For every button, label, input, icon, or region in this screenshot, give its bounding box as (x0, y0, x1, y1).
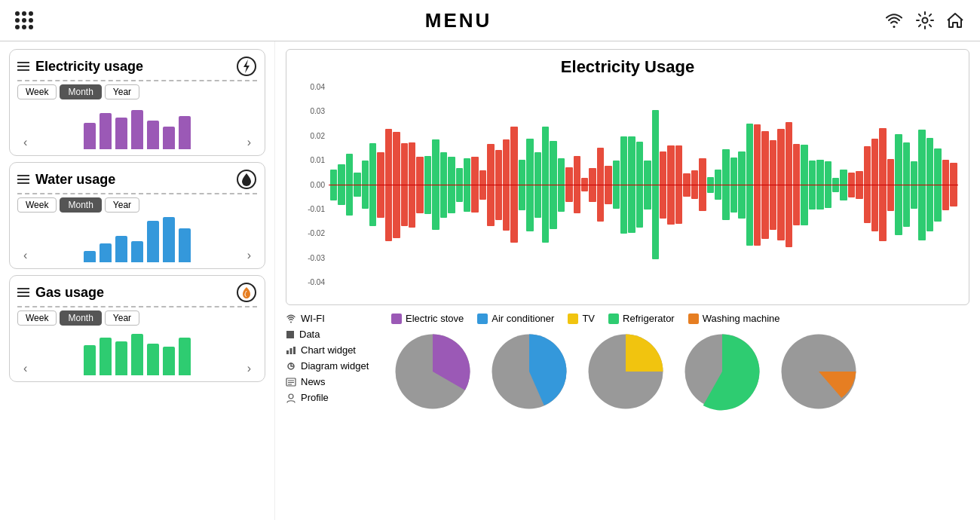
home-icon[interactable] (945, 11, 965, 30)
gas-prev[interactable]: ‹ (20, 362, 30, 375)
settings-icon[interactable] (915, 11, 935, 30)
gas-bar-2 (100, 338, 112, 375)
y-label-4: 0.00 (311, 181, 325, 189)
wave-bar-bottom (519, 185, 525, 210)
water-hamburger-icon[interactable] (17, 175, 29, 184)
wave-bar-bottom (471, 170, 478, 213)
legend-tv: TV (568, 313, 595, 324)
wave-bar-top (730, 158, 737, 177)
sidebar: Electricity usage Week Month Year ‹ (0, 41, 275, 520)
legend-dot-electric-stove (391, 314, 402, 324)
wave-bar-bottom (761, 160, 768, 239)
water-bar-5 (147, 221, 159, 262)
wave-bar-top (825, 161, 831, 182)
wave-bar-bottom (354, 192, 360, 197)
menu-item-data[interactable]: Data (286, 329, 384, 340)
gas-title-group: Gas usage (17, 285, 104, 301)
gas-week-tab[interactable]: Week (17, 310, 57, 326)
electricity-week-tab[interactable]: Week (17, 84, 57, 99)
wave-bar-bottom (801, 184, 807, 225)
gas-next[interactable]: › (244, 362, 254, 375)
wave-bar-top (793, 144, 800, 151)
wave-bar-bottom (416, 194, 423, 213)
menu-item-chart[interactable]: Chart widget (286, 344, 384, 356)
electricity-month-tab[interactable]: Month (60, 84, 101, 99)
electricity-prev[interactable]: ‹ (20, 136, 30, 149)
grid-menu-icon[interactable] (15, 11, 33, 29)
electricity-chart-row: ‹ › (17, 104, 257, 149)
water-chart-row: ‹ › (17, 217, 257, 262)
wave-bar-top (550, 141, 556, 182)
wave-bar-top (613, 161, 620, 175)
menu-item-profile[interactable]: Profile (286, 392, 384, 403)
wave-bar-top (393, 132, 400, 152)
menu-item-diagram[interactable]: Diagram widget (286, 360, 384, 372)
wave-bar-bottom (942, 170, 949, 210)
wave-bar-bottom (628, 202, 635, 233)
tv-pie-wrapper (584, 330, 667, 413)
wave-bar-top (526, 139, 533, 190)
wifi-icon[interactable] (884, 12, 905, 29)
water-next[interactable]: › (244, 249, 254, 262)
water-prev[interactable]: ‹ (20, 249, 30, 262)
wave-bar-bottom (393, 152, 400, 238)
elec-bar-6 (163, 127, 175, 149)
gas-chart-row: ‹ › (17, 330, 257, 375)
wave-bar-bottom (660, 215, 666, 219)
wave-bar-top (416, 157, 423, 194)
water-week-tab[interactable]: Week (17, 197, 57, 213)
washing-machine-pie (777, 330, 860, 413)
wave-bar-bottom (432, 176, 439, 230)
menu-item-wifi[interactable]: WI-FI (286, 313, 384, 324)
gas-bar-3 (115, 341, 127, 375)
wave-bar-bottom (605, 188, 611, 204)
electricity-title: Electricity usage (35, 59, 143, 75)
wave-bar-top (942, 160, 949, 170)
wave-bar-bottom (887, 197, 894, 211)
wave-bar-bottom (832, 182, 839, 192)
wave-bar-top (707, 177, 714, 185)
gas-month-tab[interactable]: Month (60, 310, 101, 326)
menu-label-profile: Profile (301, 392, 329, 403)
water-year-tab[interactable]: Year (105, 197, 139, 213)
wave-bar-top (409, 142, 415, 175)
chart-small-icon (286, 346, 296, 355)
hamburger-icon[interactable] (17, 62, 29, 71)
wave-bar-top (715, 170, 721, 191)
wave-bar-top (346, 154, 353, 194)
y-label-1: -0.03 (308, 254, 325, 262)
wave-bar-bottom (934, 169, 941, 222)
water-month-tab[interactable]: Month (60, 197, 101, 213)
electricity-year-tab[interactable]: Year (105, 84, 139, 99)
wave-bar-bottom (715, 191, 721, 200)
wave-bar-bottom (385, 182, 392, 241)
menu-item-news[interactable]: News (286, 376, 384, 387)
electricity-icon (236, 56, 257, 77)
electricity-next[interactable]: › (244, 136, 254, 149)
water-title-group: Water usage (17, 172, 115, 188)
wave-bar-top (448, 157, 455, 184)
y-label-6: 0.02 (311, 132, 325, 140)
electric-stove-pie (391, 330, 474, 413)
wave-bar-bottom (346, 194, 353, 216)
wave-bar-top (620, 136, 627, 167)
gas-year-tab[interactable]: Year (105, 310, 139, 326)
wave-bar-bottom (777, 210, 784, 240)
wave-bar-bottom (574, 182, 580, 213)
right-content: Electricity Usage 0.04 0.03 0.02 0.01 0.… (275, 41, 980, 520)
gas-hamburger-icon[interactable] (17, 288, 29, 297)
electricity-bars (30, 104, 243, 149)
legend-label-washing-machine: Washing machine (703, 313, 780, 324)
y-label-2: -0.02 (308, 229, 325, 237)
wave-bar-top (464, 158, 470, 188)
electric-stove-pie-wrapper (391, 330, 474, 413)
y-label-0: -0.04 (308, 278, 325, 286)
wave-bar-bottom (424, 168, 431, 214)
water-title: Water usage (35, 172, 115, 188)
gas-bar-1 (84, 345, 96, 375)
wave-bar-top (887, 159, 894, 197)
wave-bar-bottom (534, 194, 541, 218)
wave-bar-top (809, 161, 816, 201)
wave-bar-top (471, 157, 478, 170)
wave-bar-bottom (683, 187, 690, 197)
